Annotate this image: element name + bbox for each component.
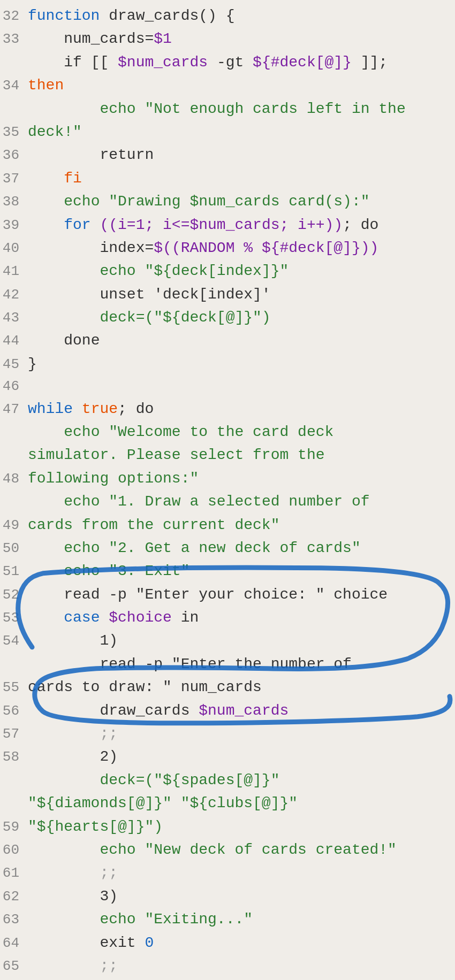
token: draw_cards() { xyxy=(100,7,234,24)
line-code: echo "Exiting..." xyxy=(28,908,453,931)
line: 54 1) xyxy=(0,629,455,652)
line-number: 43 xyxy=(2,307,28,328)
line-code: index=$((RANDOM % ${#deck[@]})) xyxy=(28,236,453,259)
token: then xyxy=(28,77,64,94)
token: echo "2. Get a new deck of cards" xyxy=(28,540,361,556)
line-number: 44 xyxy=(2,330,28,351)
token: -gt xyxy=(208,54,253,71)
line-code: num_cards=$1 xyxy=(28,27,453,50)
line-code: deck=("${spades[@]}" xyxy=(28,769,453,792)
line-number: 49 xyxy=(2,515,28,536)
line-code: for ((i=1; i<=$num_cards; i++)); do xyxy=(28,213,453,236)
token: exit xyxy=(28,935,145,951)
line-code: then xyxy=(28,74,453,97)
line-code: unset 'deck[index]' xyxy=(28,283,453,306)
line-number: 58 xyxy=(2,746,28,768)
token: ;; xyxy=(28,958,118,974)
token: if [[ xyxy=(28,54,118,71)
token: deck=("${spades[@]}" xyxy=(28,772,279,788)
token: "${hearts[@]}") xyxy=(28,818,163,835)
token: fi xyxy=(28,170,82,187)
line-number: 52 xyxy=(2,584,28,606)
line: "${diamonds[@]}" "${clubs[@]}" xyxy=(0,792,455,815)
line-code: function draw_cards() { xyxy=(28,4,453,27)
token: return xyxy=(28,147,154,163)
line-code: case $choice in xyxy=(28,606,453,629)
line: 51 echo "3. Exit" xyxy=(0,560,455,583)
line-number: 54 xyxy=(2,630,28,652)
line-code: following options:" xyxy=(28,467,453,490)
line-code: return xyxy=(28,143,453,166)
line-code: simulator. Please select from the xyxy=(28,443,453,466)
line: 47while true; do xyxy=(0,397,455,420)
line: 44 done xyxy=(0,329,455,352)
line-number: 55 xyxy=(2,677,28,698)
line-code: cards from the current deck" xyxy=(28,514,453,537)
line-number: 62 xyxy=(2,886,28,907)
line-number: 39 xyxy=(2,215,28,236)
line-code: "${diamonds[@]}" "${clubs[@]}" xyxy=(28,792,453,815)
line-number: 40 xyxy=(2,238,28,259)
token: echo "1. Draw a selected number of xyxy=(28,493,370,510)
token: $((RANDOM % ${#deck[@]})) xyxy=(154,240,378,256)
line: 48following options:" xyxy=(0,467,455,490)
line: 41 echo "${deck[index]}" xyxy=(0,259,455,282)
line-code: deck!" xyxy=(28,120,453,143)
line: echo "1. Draw a selected number of xyxy=(0,490,455,513)
token: simulator. Please select from the xyxy=(28,447,325,463)
line-code: echo "Welcome to the card deck xyxy=(28,420,453,443)
token: case xyxy=(28,609,109,626)
line: 58 2) xyxy=(0,745,455,768)
token: 0 xyxy=(145,935,154,951)
line-code: fi xyxy=(28,167,453,190)
line-code: ;; xyxy=(28,722,453,745)
line-code: ;; xyxy=(28,861,453,884)
token: 1) xyxy=(28,632,118,649)
line-number: 61 xyxy=(2,862,28,884)
token: $choice xyxy=(109,609,172,626)
line: echo "Welcome to the card deck xyxy=(0,420,455,443)
line-number: 34 xyxy=(2,75,28,96)
line: 43 deck=("${deck[@]}") xyxy=(0,306,455,329)
token: ; do xyxy=(118,401,154,417)
token: } xyxy=(28,356,37,372)
token: done xyxy=(28,332,100,349)
token: unset 'deck[index]' xyxy=(28,286,271,303)
line-number: 33 xyxy=(2,28,28,50)
token: echo "${deck[index]}" xyxy=(28,263,289,279)
line-number: 50 xyxy=(2,538,28,559)
line: 55cards to draw: " num_cards xyxy=(0,676,455,699)
lines-container: 32function draw_cards() {33 num_cards=$1… xyxy=(0,4,455,980)
line-number: 37 xyxy=(2,168,28,189)
line-number: 36 xyxy=(2,144,28,166)
line: 64 exit 0 xyxy=(0,931,455,954)
line: read -p "Enter the number of xyxy=(0,653,455,676)
line-number: 47 xyxy=(2,399,28,420)
line: 40 index=$((RANDOM % ${#deck[@]})) xyxy=(0,236,455,259)
token: echo "Exiting..." xyxy=(28,911,253,928)
line-code: cards to draw: " num_cards xyxy=(28,676,453,699)
line: 37 fi xyxy=(0,167,455,190)
line-code: exit 0 xyxy=(28,931,453,954)
token: 2) xyxy=(28,748,118,765)
line-code: draw_cards $num_cards xyxy=(28,699,453,722)
line: 38 echo "Drawing $num_cards card(s):" xyxy=(0,190,455,213)
token: 3) xyxy=(28,888,118,905)
code-block: 32function draw_cards() {33 num_cards=$1… xyxy=(0,0,455,980)
line-code: read -p "Enter the number of xyxy=(28,653,453,676)
token: in xyxy=(172,609,199,626)
token: echo "Welcome to the card deck xyxy=(28,424,333,440)
line-number: 38 xyxy=(2,191,28,212)
token: index= xyxy=(28,240,154,256)
line-code: deck=("${deck[@]}") xyxy=(28,306,453,329)
token: num_cards= xyxy=(28,30,154,47)
token: cards from the current deck" xyxy=(28,517,279,533)
line-code: echo "1. Draw a selected number of xyxy=(28,490,453,513)
line-number: 35 xyxy=(2,121,28,143)
token: cards to draw: " num_cards xyxy=(28,679,262,695)
token: for xyxy=(28,217,100,233)
token: following options:" xyxy=(28,470,199,487)
line-code: *) xyxy=(28,977,453,980)
token: deck!" xyxy=(28,124,82,140)
line: 57 ;; xyxy=(0,722,455,745)
